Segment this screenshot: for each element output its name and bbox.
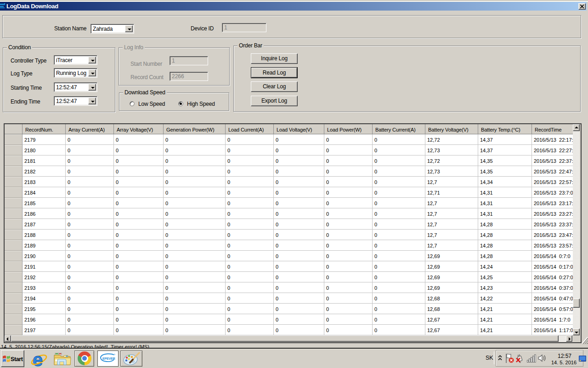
svg-text:EPEVER: EPEVER xyxy=(102,356,115,361)
